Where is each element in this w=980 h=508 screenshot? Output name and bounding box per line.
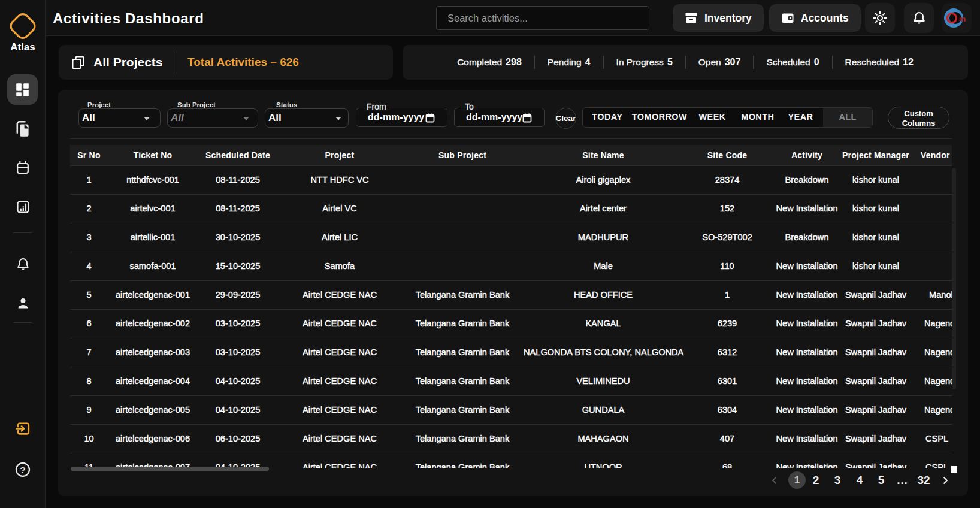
svg-text:m: m — [959, 14, 966, 23]
svg-text:?: ? — [20, 465, 25, 475]
